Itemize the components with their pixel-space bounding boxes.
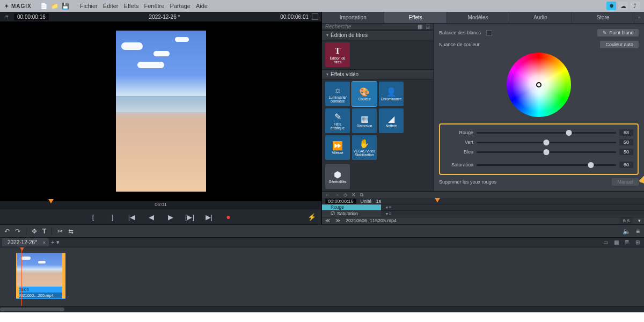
preview-timecode-current[interactable]: 00:00:00:16 (14, 13, 49, 20)
view-grid-icon[interactable]: ▦ (418, 24, 422, 30)
white-balance-checkbox[interactable] (486, 30, 492, 36)
slider-saturation[interactable] (477, 164, 616, 166)
redeye-manual-button[interactable]: Manuel (612, 178, 639, 186)
tile-general[interactable]: ⬢ Généralités (325, 164, 350, 189)
timeline-view-tracks-icon[interactable]: ≣ (623, 239, 631, 245)
tab-effects[interactable]: Effets (384, 12, 447, 23)
tool-cut-icon[interactable]: ✂ (57, 228, 63, 235)
proxy-icon[interactable]: ⚡ (308, 213, 316, 221)
slider-red[interactable] (477, 132, 616, 134)
slider-value-blue[interactable]: 50 (619, 149, 633, 155)
timeline-playhead-icon[interactable] (19, 247, 25, 251)
preview-playhead-icon[interactable] (48, 199, 54, 203)
kf-playhead-icon[interactable] (435, 198, 440, 202)
kf-next-clip-icon[interactable]: ≫ (335, 218, 340, 223)
kf-delete-icon[interactable]: ✕ (352, 192, 356, 197)
slider-blue[interactable] (477, 151, 616, 153)
kf-track-red[interactable]: Rouge (322, 204, 381, 210)
preview-menu-icon[interactable]: ≡ (3, 14, 11, 20)
cloud-icon[interactable]: ☁ (618, 2, 628, 10)
timeline-scroll-thumb[interactable] (0, 308, 64, 311)
slider-value-saturation[interactable]: 60 (619, 162, 633, 168)
timeline-scrollbar[interactable] (0, 306, 644, 312)
play-range-button[interactable]: [▶] (185, 213, 195, 221)
kf-next-icon[interactable]: → (334, 192, 339, 197)
go-start-button[interactable]: |◀ (127, 213, 137, 221)
slider-value-green[interactable]: 50 (619, 139, 633, 145)
kf-unit-value[interactable]: 1s (376, 199, 382, 204)
kf-add-icon[interactable]: ◇ (343, 192, 347, 197)
project-tabs: 2022-12-26* × + ▾ ▭ ▦ ≣ ⊞ (0, 237, 644, 247)
color-wheel[interactable] (507, 53, 571, 117)
section-titles[interactable]: Édition de titres (322, 30, 433, 40)
redo-button[interactable]: ↷ (15, 228, 20, 235)
tool-title-icon[interactable]: T (42, 228, 46, 235)
undo-button[interactable]: ↶ (4, 228, 10, 235)
menu-effects[interactable]: Effets (124, 3, 139, 9)
tool-pointer-icon[interactable]: ✥ (32, 228, 37, 235)
tool-group-icon[interactable]: ⇆ (68, 228, 74, 235)
clip-trim-right[interactable] (62, 253, 65, 298)
slider-green[interactable] (477, 142, 616, 143)
save-file-icon[interactable]: 💾 (62, 2, 69, 10)
record-button[interactable]: ● (223, 213, 234, 221)
panel-detach-icon[interactable]: ▫ (634, 12, 644, 23)
menu-file[interactable]: Fichier (80, 3, 98, 9)
preview-scrub-bar[interactable]: 06:01 (0, 201, 321, 209)
speed-icon: ⏩ (332, 140, 343, 151)
tile-stabilization[interactable]: ✋ VEGAS Video Stabilization (352, 135, 377, 160)
kf-zoom-menu-icon[interactable]: ▾ (638, 218, 641, 223)
kf-prev-clip-icon[interactable]: ≪ (325, 218, 330, 223)
tile-art-filter[interactable]: ✎ Filtre artistique (325, 108, 350, 133)
timeline-view-multicam-icon[interactable]: ⊞ (633, 239, 642, 245)
person-icon: 👤 (386, 86, 397, 97)
tile-title-editor[interactable]: T Édition de titres (325, 42, 350, 67)
white-point-button[interactable]: ✎ Point blanc (597, 29, 639, 36)
kf-track-saturation[interactable]: ☑Saturation (322, 211, 381, 217)
tile-color[interactable]: 🎨 Couleur (352, 82, 377, 106)
go-end-button[interactable]: ▶| (204, 213, 215, 221)
timeline-view-scene-icon[interactable]: ▦ (612, 239, 620, 245)
step-back-button[interactable]: ◀ (146, 213, 157, 221)
new-file-icon[interactable]: 📄 (40, 2, 48, 10)
menu-window[interactable]: Fenêtre (144, 3, 164, 9)
tile-brightness[interactable]: ☼ Luminosité/ contraste (325, 82, 350, 106)
color-wheel-handle[interactable] (536, 82, 541, 87)
section-video-fx[interactable]: Effets vidéo (322, 69, 433, 79)
assistant-icon[interactable]: ✸ (606, 2, 616, 10)
mark-in-button[interactable]: [ (88, 213, 99, 221)
tab-store[interactable]: Store (572, 12, 634, 23)
add-project-tab[interactable]: + ▾ (51, 239, 59, 246)
timeline-clip[interactable]: ⚡ 00:06 2021060…205.mp4 (16, 253, 65, 299)
menu-edit[interactable]: Éditer (103, 3, 119, 9)
tab-import[interactable]: Importation (322, 12, 384, 23)
project-tab-active[interactable]: 2022-12-26* × (2, 238, 49, 246)
kf-zoom-value[interactable]: 6 s (620, 217, 633, 224)
mark-out-button[interactable]: ] (107, 213, 118, 221)
mute-icon[interactable]: 🔈 (623, 228, 631, 235)
tab-audio[interactable]: Audio (509, 12, 572, 23)
close-tab-icon[interactable]: × (43, 240, 46, 245)
menu-help[interactable]: Aide (196, 3, 208, 9)
timeline[interactable]: ⚡ 00:06 2021060…205.mp4 (0, 247, 644, 306)
tab-templates[interactable]: Modèles (447, 12, 509, 23)
effects-search-input[interactable] (325, 24, 418, 30)
preview-viewport[interactable] (0, 21, 321, 201)
preview-maximize-icon[interactable] (312, 13, 318, 20)
auto-color-button[interactable]: Couleur auto (600, 41, 639, 48)
menu-share[interactable]: Partage (170, 3, 191, 9)
view-list-icon[interactable]: ≣ (426, 24, 430, 30)
open-file-icon[interactable]: 📁 (51, 2, 58, 10)
tile-distortion[interactable]: ▦ Distorsion (352, 108, 377, 133)
tile-sharpness[interactable]: ◢ Netteté (379, 108, 404, 133)
timeline-view-storyboard-icon[interactable]: ▭ (601, 239, 610, 245)
play-button[interactable]: ▶ (165, 213, 176, 221)
kf-copy-icon[interactable]: ⧉ (360, 192, 363, 198)
slider-value-red[interactable]: 68 (619, 129, 633, 136)
mixer-icon[interactable]: ≡ (636, 228, 640, 235)
tile-speed[interactable]: ⏩ Vitesse (325, 135, 350, 160)
tile-chroma[interactable]: 👤 Chrominance (379, 82, 404, 106)
kf-prev-icon[interactable]: ← (325, 192, 330, 197)
export-icon[interactable]: ⤴ (630, 2, 640, 10)
kf-timecode[interactable]: 00:00:00:16 (325, 199, 356, 204)
